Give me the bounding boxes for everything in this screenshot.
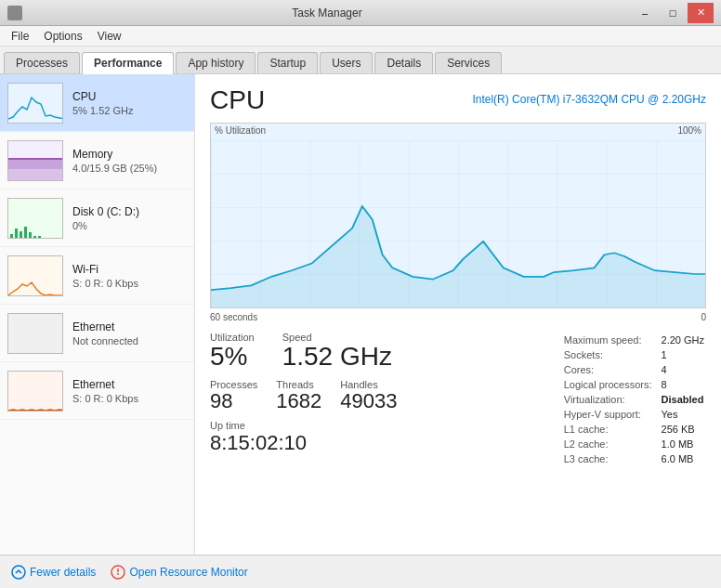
cpu-sidebar-info: CPU 5% 1.52 GHz [72, 90, 133, 116]
cpu-sidebar-sublabel: 5% 1.52 GHz [72, 105, 133, 116]
svg-rect-8 [20, 231, 22, 238]
tab-performance[interactable]: Performance [82, 52, 174, 74]
tab-startup[interactable]: Startup [257, 52, 318, 73]
speed-value: 1.52 GHz [282, 343, 392, 372]
title-controls: – □ ✕ [632, 3, 714, 23]
ethernet2-sidebar-label: Ethernet [72, 378, 138, 391]
processes-value: 98 [210, 390, 257, 412]
handles-label: Handles [340, 379, 397, 390]
chart-x-labels: 60 seconds 0 [210, 312, 706, 322]
right-table-row: Maximum speed:2.20 GHz [564, 333, 704, 346]
app-icon [7, 6, 22, 20]
svg-rect-12 [38, 236, 41, 238]
wifi-sidebar-sublabel: S: 0 R: 0 Kbps [72, 278, 138, 289]
right-table-row: L3 cache:6.0 MB [564, 452, 704, 465]
tabs-bar: Processes Performance App history Startu… [0, 46, 721, 74]
stats-left: Utilization 5% Speed 1.52 GHz Processes … [210, 332, 398, 467]
open-resource-monitor-link[interactable]: Open Resource Monitor [111, 565, 247, 580]
svg-rect-4 [8, 158, 63, 160]
wifi-sidebar-info: Wi-Fi S: 0 R: 0 Kbps [72, 263, 138, 289]
close-button[interactable]: ✕ [688, 3, 714, 23]
menu-bar: File Options View [0, 26, 721, 46]
title-bar: Task Manager – □ ✕ [0, 0, 721, 26]
menu-view[interactable]: View [90, 28, 129, 45]
cpu-thumbnail [7, 83, 63, 124]
right-table-row: Logical processors:8 [564, 378, 704, 391]
memory-sidebar-info: Memory 4.0/15.9 GB (25%) [72, 148, 157, 174]
right-table-value: 4 [662, 363, 704, 376]
disk-sidebar-sublabel: 0% [72, 220, 139, 231]
right-table-row: Virtualization:Disabled [564, 393, 704, 406]
right-table-row: L1 cache:256 KB [564, 423, 704, 436]
resource-monitor-icon [111, 565, 125, 580]
wifi-sidebar-label: Wi-Fi [72, 263, 138, 276]
detail-panel: CPU Intel(R) Core(TM) i7-3632QM CPU @ 2.… [195, 74, 721, 555]
ethernet1-sidebar-info: Ethernet Not connected [72, 320, 138, 346]
right-table-label: Cores: [564, 363, 660, 376]
chart-y-max: 100% [677, 125, 701, 136]
handles-value: 49033 [340, 390, 397, 412]
uptime-label: Up time [210, 420, 398, 431]
right-table-row: L2 cache:1.0 MB [564, 438, 704, 451]
memory-thumbnail [7, 140, 63, 181]
right-table-row: Cores:4 [564, 363, 704, 376]
uptime-value: 8:15:02:10 [210, 431, 398, 455]
svg-rect-14 [8, 314, 63, 354]
tab-app-history[interactable]: App history [176, 52, 256, 73]
right-table-row: Sockets:1 [564, 348, 704, 361]
right-table-label: Sockets: [564, 348, 660, 361]
utilization-speed-row: Utilization 5% Speed 1.52 GHz [210, 332, 398, 372]
tab-services[interactable]: Services [435, 52, 502, 73]
window-title: Task Manager [22, 7, 632, 20]
speed-stat: Speed 1.52 GHz [282, 332, 392, 372]
main-content: CPU 5% 1.52 GHz Memory 4.0/15.9 GB (25%) [0, 74, 721, 555]
svg-point-19 [12, 566, 25, 579]
tab-users[interactable]: Users [320, 52, 373, 73]
utilization-stat: Utilization 5% [210, 332, 255, 372]
right-table-value: 256 KB [662, 423, 704, 436]
right-table-row: Hyper-V support:Yes [564, 408, 704, 421]
right-table-label: L1 cache: [564, 423, 660, 436]
minimize-button[interactable]: – [632, 3, 658, 23]
tab-details[interactable]: Details [374, 52, 433, 73]
fewer-details-icon [11, 565, 26, 580]
right-stats-table: Maximum speed:2.20 GHzSockets:1Cores:4Lo… [562, 332, 706, 467]
right-table-label: Maximum speed: [564, 333, 660, 346]
right-table-value: 1.0 MB [662, 438, 704, 451]
svg-rect-10 [29, 232, 32, 238]
right-table-label: Hyper-V support: [564, 408, 660, 421]
sidebar-item-ethernet2[interactable]: Ethernet S: 0 R: 0 Kbps [0, 362, 194, 420]
handles-stat: Handles 49033 [340, 379, 397, 412]
sidebar-item-disk[interactable]: Disk 0 (C: D:) 0% [0, 189, 194, 247]
sidebar-item-memory[interactable]: Memory 4.0/15.9 GB (25%) [0, 132, 194, 189]
threads-stat: Threads 1682 [276, 379, 321, 412]
cpu-sidebar-label: CPU [72, 90, 133, 103]
disk-thumbnail [7, 198, 63, 239]
menu-file[interactable]: File [4, 28, 36, 45]
maximize-button[interactable]: □ [660, 3, 686, 23]
chart-x-left: 60 seconds [210, 312, 257, 322]
right-table-value: Disabled [662, 393, 704, 406]
right-table-label: Virtualization: [564, 393, 660, 406]
wifi-thumbnail [7, 255, 63, 296]
disk-sidebar-label: Disk 0 (C: D:) [72, 205, 139, 218]
ethernet1-sidebar-label: Ethernet [72, 320, 138, 333]
detail-header: CPU Intel(R) Core(TM) i7-3632QM CPU @ 2.… [210, 85, 706, 115]
bottom-bar: Fewer details Open Resource Monitor [0, 555, 721, 588]
cpu-properties-table: Maximum speed:2.20 GHzSockets:1Cores:4Lo… [562, 332, 706, 467]
chart-y-label: % Utilization [215, 125, 266, 136]
svg-rect-15 [8, 372, 63, 412]
stats-section: Utilization 5% Speed 1.52 GHz Processes … [210, 332, 706, 467]
fewer-details-link[interactable]: Fewer details [11, 565, 96, 580]
menu-options[interactable]: Options [36, 28, 89, 45]
tab-processes[interactable]: Processes [4, 52, 80, 73]
sidebar-item-cpu[interactable]: CPU 5% 1.52 GHz [0, 74, 194, 132]
ethernet2-sidebar-sublabel: S: 0 R: 0 Kbps [72, 393, 138, 404]
right-table-value: Yes [662, 408, 704, 421]
processes-stat: Processes 98 [210, 379, 257, 412]
processes-row: Processes 98 Threads 1682 Handles 49033 [210, 379, 398, 412]
detail-subtitle: Intel(R) Core(TM) i7-3632QM CPU @ 2.20GH… [472, 93, 706, 106]
sidebar-item-wifi[interactable]: Wi-Fi S: 0 R: 0 Kbps [0, 247, 194, 305]
sidebar-item-ethernet1[interactable]: Ethernet Not connected [0, 305, 194, 362]
ethernet2-thumbnail [7, 371, 63, 412]
